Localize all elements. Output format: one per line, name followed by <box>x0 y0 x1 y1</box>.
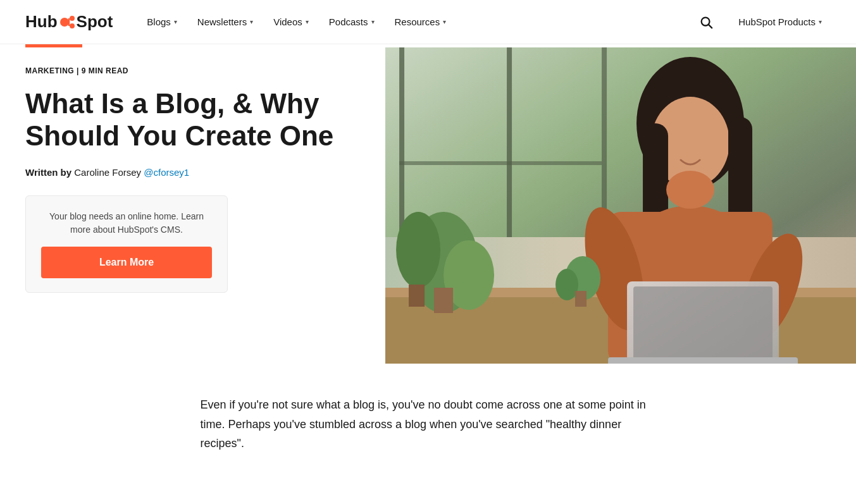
nav-right: HubSpot Products ▾ <box>695 11 831 33</box>
nav-links: Blogs ▾ Newsletters ▾ Videos ▾ Podcasts … <box>138 11 695 32</box>
nav-item-videos[interactable]: Videos ▾ <box>264 11 318 32</box>
chevron-down-icon: ▾ <box>819 18 822 25</box>
hero-section: MARKETING | 9 MIN READ What Is a Blog, &… <box>0 47 856 364</box>
logo-icon <box>58 13 76 31</box>
hero-content: MARKETING | 9 MIN READ What Is a Blog, &… <box>0 47 385 364</box>
author-prefix: Written by <box>25 167 71 178</box>
chevron-down-icon: ▾ <box>306 18 309 25</box>
chevron-down-icon: ▾ <box>371 18 375 25</box>
nav-item-blogs[interactable]: Blogs ▾ <box>138 11 186 32</box>
learn-more-button[interactable]: Learn More <box>41 247 212 278</box>
logo-spot-text: Spot <box>77 12 113 32</box>
search-button[interactable] <box>695 11 717 33</box>
svg-rect-35 <box>385 47 856 364</box>
article-title: What Is a Blog, & Why Should You Create … <box>25 88 360 152</box>
nav-item-podcasts[interactable]: Podcasts ▾ <box>320 11 383 32</box>
nav-item-resources[interactable]: Resources ▾ <box>386 11 456 32</box>
article-meta: MARKETING | 9 MIN READ <box>25 66 360 75</box>
article-body: Even if you're not sure what a blog is, … <box>175 395 681 453</box>
logo-hub-text: Hub <box>25 12 58 32</box>
hubspot-logo[interactable]: Hub Spot <box>25 12 113 32</box>
cta-box: Your blog needs an online home. Learn mo… <box>25 195 228 293</box>
svg-line-6 <box>709 25 712 28</box>
chevron-down-icon: ▾ <box>443 18 446 25</box>
svg-point-1 <box>70 16 75 21</box>
article-author: Written by Caroline Forsey @cforsey1 <box>25 167 360 178</box>
main-nav: Hub Spot Blogs ▾ Newsletters ▾ Videos ▾ … <box>0 0 856 44</box>
nav-hubspot-products[interactable]: HubSpot Products ▾ <box>729 11 831 32</box>
article-intro-text: Even if you're not sure what a blog is, … <box>201 395 656 453</box>
nav-item-newsletters[interactable]: Newsletters ▾ <box>189 11 262 32</box>
author-handle-link[interactable]: @cforsey1 <box>144 167 189 178</box>
hero-image <box>385 47 856 364</box>
svg-point-0 <box>60 18 69 27</box>
search-icon <box>699 15 713 29</box>
chevron-down-icon: ▾ <box>250 18 253 25</box>
cta-description: Your blog needs an online home. Learn mo… <box>41 210 212 237</box>
chevron-down-icon: ▾ <box>174 18 177 25</box>
author-name-text: Caroline Forsey <box>74 167 141 178</box>
svg-point-2 <box>70 23 75 28</box>
hero-photo <box>385 47 856 364</box>
